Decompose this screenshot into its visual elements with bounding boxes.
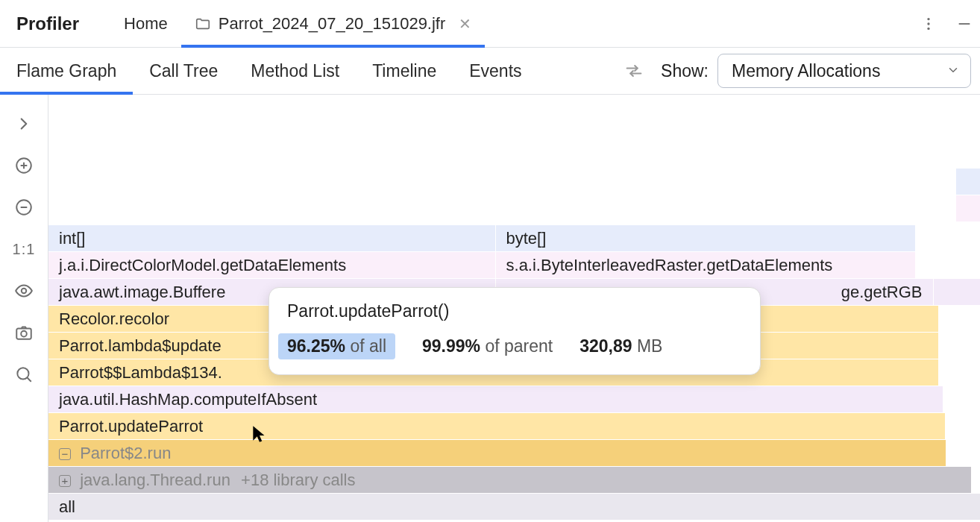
flame-frame-update-parrot[interactable]: Parrot.updateParrot (48, 412, 945, 439)
show-label: Show: (661, 61, 709, 81)
flame-frame-dcm[interactable]: j.a.i.DirectColorModel.getDataElements (48, 252, 496, 278)
more-vertical-icon[interactable] (920, 16, 937, 32)
expand-minus-icon[interactable]: − (59, 448, 71, 460)
svg-point-12 (17, 368, 28, 379)
view-method-list[interactable]: Method List (251, 48, 339, 94)
view-toolbar: Flame Graph Call Tree Method List Timeli… (0, 48, 980, 95)
flame-row-10: int[] byte[] (48, 224, 980, 251)
chevron-right-icon[interactable] (13, 113, 35, 135)
flame-frame-all[interactable]: all (48, 493, 980, 520)
view-events[interactable]: Events (469, 48, 521, 94)
minus-circle-icon[interactable] (13, 196, 35, 218)
flame-frame-byte-array[interactable]: byte[] (496, 225, 915, 251)
swap-arrows-icon[interactable] (624, 60, 644, 81)
view-call-tree[interactable]: Call Tree (149, 48, 218, 94)
svg-point-1 (927, 22, 929, 25)
tooltip-method: Parrot.updateParrot() (287, 301, 742, 321)
flame-frame-thread-run[interactable]: + java.lang.Thread.run +18 library calls (48, 466, 971, 493)
expand-plus-icon[interactable]: + (59, 475, 71, 487)
tooltip-pct-of-all: 96.25% of all (278, 333, 395, 359)
folder-icon (195, 16, 211, 32)
app-title: Profiler (16, 13, 79, 34)
flame-row-9: j.a.i.DirectColorModel.getDataElements s… (48, 251, 980, 278)
minimize-icon[interactable] (956, 16, 973, 32)
search-icon[interactable] (13, 363, 35, 386)
svg-point-9 (22, 289, 27, 294)
zoom-reset[interactable]: 1:1 (13, 238, 35, 260)
flame-frame-bir[interactable]: s.a.i.ByteInterleavedRaster.getDataEleme… (496, 252, 915, 278)
tooltip-pct-of-parent: 99.99% of parent (422, 336, 553, 356)
eye-icon[interactable] (13, 280, 35, 302)
svg-rect-10 (16, 329, 31, 339)
tab-label: Parrot_2024_07_20_151029.jfr (219, 14, 446, 34)
title-bar: Profiler Home Parrot_2024_07_20_151029.j… (0, 0, 980, 48)
dropdown-value: Memory Allocations (732, 61, 880, 81)
plus-circle-icon[interactable] (13, 154, 35, 177)
flame-edge-slivers (956, 168, 980, 221)
flame-graph-area[interactable]: all + java.lang.Thread.run +18 library c… (48, 95, 980, 522)
side-toolbar: 1:1 (0, 95, 48, 522)
close-icon[interactable]: ✕ (459, 15, 471, 33)
view-timeline[interactable]: Timeline (372, 48, 436, 94)
tab-label: Home (124, 14, 168, 34)
show-dropdown[interactable]: Memory Allocations (717, 54, 971, 88)
svg-point-0 (927, 17, 929, 19)
camera-icon[interactable] (13, 321, 35, 344)
flame-frame-int-array[interactable]: int[] (48, 225, 496, 251)
view-flame-graph[interactable]: Flame Graph (16, 48, 116, 94)
flame-frame-edge-8[interactable] (934, 279, 980, 305)
svg-point-11 (21, 331, 27, 337)
tab-home[interactable]: Home (110, 0, 181, 47)
tab-jfr-file[interactable]: Parrot_2024_07_20_151029.jfr ✕ (181, 0, 486, 47)
tooltip-alloc: 320,89 MB (579, 336, 662, 356)
frame-tooltip: Parrot.updateParrot() 96.25% of all 99.9… (268, 287, 761, 375)
flame-frame-hashmap[interactable]: java.util.HashMap.computeIfAbsent (48, 386, 943, 412)
svg-line-13 (28, 378, 31, 382)
chevron-down-icon (946, 61, 960, 81)
flame-frame-parrot2-run[interactable]: − Parrot$2.run (48, 439, 946, 466)
svg-point-2 (927, 27, 929, 29)
